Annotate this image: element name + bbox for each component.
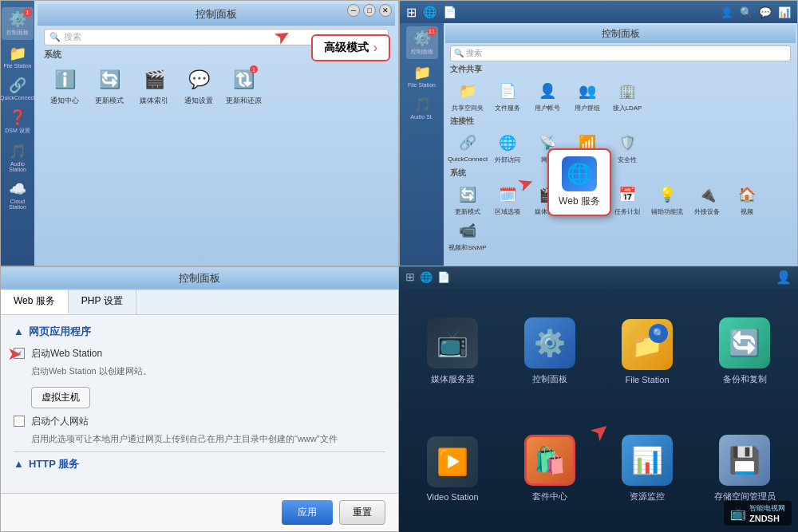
q4-taskbar-grid[interactable]: ⊞ bbox=[405, 270, 415, 283]
top-right-panel: ⊞ 🌐 📄 👤 🔍 💬 📊 ⚙️ 11 控制面板 📁 File Station … bbox=[399, 0, 798, 266]
q2-main: 控制面板 🔍 搜索 文件共享 📁 共享空间夹 📄 文件服务 👤 用户帐号 bbox=[444, 23, 797, 266]
sidebar-dsm-label: DSM 设置 bbox=[5, 127, 30, 135]
sidebar-item-file[interactable]: 📁 File Station bbox=[2, 41, 34, 72]
media-index-label: 媒体索引 bbox=[140, 96, 168, 106]
search-taskbar-icon[interactable]: 🔍 bbox=[740, 6, 753, 18]
notification-center[interactable]: ℹ️ 通知中心 bbox=[44, 65, 85, 106]
q4-user-icon[interactable]: 👤 bbox=[776, 270, 792, 285]
q1-title: 控制面板 bbox=[38, 4, 395, 26]
synology-portal-icon: 🏠 bbox=[734, 182, 760, 207]
shared-folder[interactable]: 📁 共享空间夹 bbox=[448, 78, 487, 112]
q2-control-badge: 11 bbox=[428, 27, 437, 36]
task-scheduler[interactable]: 📅 任务计划 bbox=[608, 182, 646, 216]
taskbar-browser-icon[interactable]: 🌐 bbox=[423, 6, 437, 18]
notification-settings-label: 通知设置 bbox=[184, 96, 213, 106]
synology-portal-label: 视频 bbox=[741, 207, 753, 216]
q2-search[interactable]: 🔍 搜索 bbox=[450, 45, 791, 61]
web-app-section-header[interactable]: ▲ 网页应用程序 bbox=[14, 325, 385, 339]
q2-sidebar-control[interactable]: ⚙️ 11 控制面板 bbox=[406, 26, 438, 59]
stats-icon[interactable]: 📊 bbox=[778, 6, 791, 18]
maximize-button[interactable]: □ bbox=[363, 4, 376, 17]
task-scheduler-icon: 📅 bbox=[614, 182, 640, 207]
sidebar-cloud-label: Cloud Station bbox=[3, 199, 32, 210]
q4-media-server[interactable]: 📺 媒体服务器 bbox=[405, 295, 500, 409]
q2-taskbar: ⊞ 🌐 📄 👤 🔍 💬 📊 bbox=[400, 1, 797, 23]
quickconnect-item[interactable]: 🔗 QuickConnect bbox=[448, 130, 487, 164]
media-index[interactable]: 🎬 媒体索引 bbox=[133, 65, 175, 106]
sidebar-item-dsm[interactable]: ❓ DSM 设置 bbox=[2, 105, 34, 138]
q2-sidebar: ⚙️ 11 控制面板 📁 File Station 🎵 Audio St. bbox=[400, 23, 444, 266]
user-icon[interactable]: 👤 bbox=[721, 6, 733, 18]
update-mode-icon: 🔄 bbox=[95, 65, 124, 94]
reset-button[interactable]: 重置 bbox=[339, 500, 385, 525]
q4-storage-icon: 💾 bbox=[719, 435, 770, 486]
taskbar-right-area: 👤 🔍 💬 📊 bbox=[721, 6, 791, 18]
user-group[interactable]: 👥 用户群组 bbox=[568, 78, 606, 112]
tab-php-settings[interactable]: PHP 设置 bbox=[69, 290, 136, 314]
sidebar-item-audio[interactable]: 🎵 Audio Station bbox=[2, 140, 34, 175]
media-server-icon: 📺 bbox=[427, 317, 478, 368]
regional-icon: 🗓️ bbox=[495, 182, 520, 207]
http-section-label: HTTP 服务 bbox=[29, 457, 79, 471]
taskbar-doc-icon[interactable]: 📄 bbox=[443, 6, 456, 18]
user-account-label: 用户帐号 bbox=[535, 104, 560, 112]
connectivity-section: 连接性 bbox=[450, 116, 791, 127]
security-item[interactable]: 🛡️ 安全性 bbox=[608, 130, 646, 164]
sidebar-item-cloud[interactable]: ☁️ Cloud Station bbox=[2, 177, 34, 213]
virtual-host-button[interactable]: 虚拟主机 bbox=[31, 387, 90, 408]
minimize-button[interactable]: ─ bbox=[347, 4, 360, 17]
media-server-label: 媒体服务器 bbox=[431, 373, 475, 385]
message-icon[interactable]: 💬 bbox=[759, 6, 772, 18]
shared-folder-label: 共享空间夹 bbox=[452, 104, 484, 112]
q4-file-station[interactable]: 📁 🔍 File Station bbox=[600, 295, 694, 409]
sidebar-item-control[interactable]: ⚙️ 1 控制面板 bbox=[2, 7, 34, 40]
accessibility[interactable]: 💡 辅助功能流 bbox=[648, 182, 686, 216]
apply-button[interactable]: 应用 bbox=[282, 500, 333, 525]
update-restore-label: 更新和还原 bbox=[226, 96, 262, 106]
q4-package-center[interactable]: 🛍️ 套件中心 bbox=[503, 412, 597, 526]
notification-settings[interactable]: 💬 通知设置 bbox=[178, 65, 219, 106]
advanced-mode-label: 高级模式 bbox=[324, 41, 369, 55]
q4-control-panel[interactable]: ⚙️ 控制面板 bbox=[503, 295, 597, 409]
q1-win-controls: ─ □ ✕ bbox=[347, 4, 392, 17]
user-account[interactable]: 👤 用户帐号 bbox=[528, 78, 567, 112]
update-mode-q2[interactable]: 🔄 更新模式 bbox=[448, 182, 487, 216]
tab-web-service[interactable]: Web 服务 bbox=[1, 290, 69, 314]
ldap-join[interactable]: 🏢 接入LDAP bbox=[608, 78, 646, 112]
accessibility-icon: 💡 bbox=[654, 182, 680, 207]
external-access[interactable]: 🌐 外部访问 bbox=[488, 130, 527, 164]
q4-taskbar: ⊞ 🌐 📄 👤 bbox=[399, 266, 798, 289]
q4-video-station[interactable]: ▶️ Video Station bbox=[405, 412, 500, 526]
q3-content: ▲ 网页应用程序 ✓ 启动Web Station ➤ 启动Web Station… bbox=[1, 315, 398, 494]
video-snmp-label: 视频和SNMP bbox=[448, 243, 486, 252]
control-badge: 1 bbox=[23, 8, 32, 17]
update-mode[interactable]: 🔄 更新模式 bbox=[89, 65, 130, 106]
notification-center-label: 通知中心 bbox=[50, 96, 79, 106]
q4-file-station-icon: 📁 🔍 bbox=[622, 319, 673, 370]
external-device[interactable]: 🔌 外接设备 bbox=[688, 182, 726, 216]
http-collapse-icon: ▲ bbox=[14, 458, 24, 470]
q4-taskbar-browser[interactable]: 🌐 bbox=[420, 271, 433, 283]
synology-portal[interactable]: 🏠 视频 bbox=[728, 182, 766, 216]
q4-resource-monitor[interactable]: 📊 资源监控 bbox=[600, 412, 694, 526]
q2-sidebar-audio[interactable]: 🎵 Audio St. bbox=[406, 93, 438, 123]
qc-icon: 🔗 bbox=[455, 130, 480, 156]
http-section-header[interactable]: ▲ HTTP 服务 bbox=[14, 457, 385, 471]
q4-taskbar-doc[interactable]: 📄 bbox=[437, 271, 450, 283]
security-label: 安全性 bbox=[618, 156, 637, 164]
web-service-popup[interactable]: 🌐 Web 服务 bbox=[547, 148, 611, 216]
video-snmp[interactable]: 📹 视频和SNMP bbox=[448, 218, 487, 252]
q2-sidebar-file[interactable]: 📁 File Station bbox=[406, 61, 438, 91]
q4-backup[interactable]: 🔄 备份和复制 bbox=[697, 295, 792, 409]
close-button[interactable]: ✕ bbox=[379, 4, 392, 17]
update-restore[interactable]: 🔃1 更新和还原 bbox=[223, 65, 264, 106]
advanced-mode-button[interactable]: 高级模式 › bbox=[311, 34, 390, 61]
shared-folder-icon: 📁 bbox=[455, 78, 480, 104]
taskbar-grid-icon[interactable]: ⊞ bbox=[406, 5, 417, 20]
q2-system-section: 系统 bbox=[450, 167, 791, 179]
personal-site-checkbox[interactable] bbox=[14, 416, 25, 427]
regional-label: 区域选项 bbox=[495, 207, 520, 216]
file-service[interactable]: 📄 文件服务 bbox=[488, 78, 527, 112]
media-index-icon: 🎬 bbox=[140, 65, 168, 94]
sidebar-item-quickconnect[interactable]: 🔗 QuickConnect bbox=[2, 73, 34, 104]
